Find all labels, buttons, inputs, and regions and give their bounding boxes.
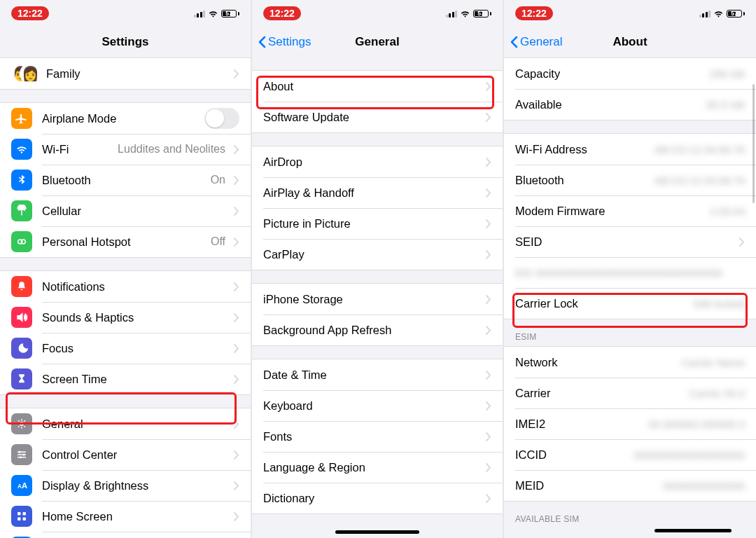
cell-imei2-label: IMEI2 bbox=[515, 418, 648, 431]
grid-icon bbox=[11, 506, 32, 527]
cell-network[interactable]: NetworkCarrier Name bbox=[504, 347, 756, 378]
cell-refresh[interactable]: Background App Refresh bbox=[252, 315, 503, 345]
cell-hotspot-label: Personal Hotspot bbox=[42, 235, 211, 249]
status-time: 12:22 bbox=[515, 6, 553, 20]
cell-bt[interactable]: BluetoothAB:CD:12:34:56:79 bbox=[504, 165, 756, 195]
cell-general[interactable]: General bbox=[0, 408, 251, 439]
cell-screentime[interactable]: Screen Time bbox=[0, 364, 251, 394]
status-indicators: 57 bbox=[699, 8, 746, 19]
cellular-icon bbox=[11, 200, 32, 221]
cell-carrier-lock[interactable]: Carrier LockSIM locked bbox=[504, 288, 756, 319]
settings-screen: 12:22 57 Settings 👨👩 Family Air bbox=[0, 0, 252, 538]
nav-header: General About bbox=[504, 27, 756, 57]
cell-pip[interactable]: Picture in Picture bbox=[252, 208, 503, 239]
cell-capacity[interactable]: Capacity256 GB bbox=[504, 58, 756, 89]
cell-sw-label: Software Update bbox=[263, 111, 482, 124]
chevron-right-icon bbox=[486, 494, 491, 503]
cell-fonts[interactable]: Fonts bbox=[252, 421, 503, 452]
chevron-left-icon bbox=[510, 36, 518, 48]
wifi-cell-icon bbox=[11, 139, 32, 160]
svg-point-3 bbox=[19, 451, 21, 453]
page-title: General bbox=[355, 35, 399, 49]
cell-carrier[interactable]: CarrierCarrier 55.0 bbox=[504, 378, 756, 408]
cell-iccid-label: ICCID bbox=[515, 448, 634, 462]
back-button[interactable]: General bbox=[510, 35, 562, 49]
cell-carplay[interactable]: CarPlay bbox=[252, 239, 503, 270]
cell-wifi-label: Wi-Fi bbox=[42, 143, 118, 156]
cell-accessibility[interactable]: Accessibility bbox=[0, 532, 251, 538]
status-bar: 12:22 57 bbox=[504, 0, 756, 27]
cell-fonts-label: Fonts bbox=[263, 430, 482, 443]
cell-lang[interactable]: Language & Region bbox=[252, 452, 503, 483]
cell-display[interactable]: AA Display & Brightness bbox=[0, 470, 251, 501]
cell-focus[interactable]: Focus bbox=[0, 333, 251, 364]
cell-seid-label: SEID bbox=[515, 235, 735, 249]
chevron-right-icon bbox=[234, 450, 239, 460]
page-title: About bbox=[612, 35, 647, 49]
chevron-right-icon bbox=[234, 420, 239, 429]
cell-carrier-value: Carrier 55.0 bbox=[690, 387, 745, 399]
cell-homescreen[interactable]: Home Screen bbox=[0, 501, 251, 532]
chevron-right-icon bbox=[486, 113, 491, 122]
cell-date[interactable]: Date & Time bbox=[252, 359, 503, 390]
cell-bt-label: Bluetooth bbox=[515, 174, 654, 187]
airplane-icon bbox=[11, 108, 32, 129]
cell-wifi[interactable]: Wi-Fi Luddites and Neolites bbox=[0, 134, 251, 165]
cell-imei2[interactable]: IMEI200 000000 000000 0 bbox=[504, 408, 756, 439]
scrollbar[interactable] bbox=[752, 84, 755, 203]
home-indicator bbox=[654, 529, 732, 532]
cell-family[interactable]: 👨👩 Family bbox=[0, 58, 251, 89]
cell-storage[interactable]: iPhone Storage bbox=[252, 284, 503, 315]
cell-network-value: Carrier Name bbox=[682, 357, 745, 368]
cell-meid[interactable]: MEID00000000000000 bbox=[504, 470, 756, 501]
cell-sounds[interactable]: Sounds & Haptics bbox=[0, 302, 251, 333]
cell-airplay-label: AirPlay & Handoff bbox=[263, 186, 482, 200]
cell-general-label: General bbox=[42, 418, 230, 431]
hotspot-icon bbox=[11, 231, 32, 252]
cell-control-center[interactable]: Control Center bbox=[0, 439, 251, 470]
family-avatars-icon: 👨👩 bbox=[11, 63, 39, 84]
cell-hotspot[interactable]: Personal Hotspot Off bbox=[0, 226, 251, 257]
wifi-icon bbox=[713, 8, 724, 19]
cell-storage-label: iPhone Storage bbox=[263, 293, 482, 306]
cell-keyboard[interactable]: Keyboard bbox=[252, 390, 503, 421]
cell-wifi-address[interactable]: Wi-Fi AddressAB:CD:12:34:56:78 bbox=[504, 134, 756, 165]
bluetooth-icon bbox=[11, 170, 32, 191]
page-title: Settings bbox=[102, 35, 148, 49]
chevron-right-icon bbox=[234, 282, 239, 291]
cell-modem[interactable]: Modem Firmware2.03.04 bbox=[504, 195, 756, 226]
cell-wifiaddr-label: Wi-Fi Address bbox=[515, 143, 654, 156]
status-time: 12:22 bbox=[11, 6, 49, 20]
cell-bluetooth[interactable]: Bluetooth On bbox=[0, 165, 251, 195]
cell-eid[interactable]: EID 00000000000000000000000000000000 bbox=[504, 257, 756, 288]
cell-hotspot-value: Off bbox=[211, 235, 225, 248]
cell-notifications[interactable]: Notifications bbox=[0, 271, 251, 302]
svg-text:A: A bbox=[22, 481, 27, 490]
chevron-left-icon bbox=[258, 36, 266, 48]
bell-icon bbox=[11, 276, 32, 297]
cell-seid[interactable]: SEID bbox=[504, 226, 756, 257]
back-button[interactable]: Settings bbox=[258, 35, 311, 49]
cell-bluetooth-label: Bluetooth bbox=[42, 174, 211, 187]
status-bar: 12:22 57 bbox=[252, 0, 503, 27]
cell-cellular[interactable]: Cellular bbox=[0, 195, 251, 226]
cell-control-label: Control Center bbox=[42, 448, 230, 462]
cell-airplay[interactable]: AirPlay & Handoff bbox=[252, 177, 503, 208]
cell-airplane-mode[interactable]: Airplane Mode bbox=[0, 103, 251, 134]
svg-rect-9 bbox=[23, 512, 27, 516]
cell-available[interactable]: Available95.5 GB bbox=[504, 89, 756, 120]
cell-refresh-label: Background App Refresh bbox=[263, 324, 482, 337]
cell-capacity-label: Capacity bbox=[515, 67, 709, 81]
wifi-icon bbox=[460, 8, 470, 19]
chevron-right-icon bbox=[739, 237, 745, 247]
cell-software-update[interactable]: Software Update bbox=[252, 102, 503, 132]
cell-dict[interactable]: Dictionary bbox=[252, 483, 503, 513]
speaker-icon bbox=[11, 307, 32, 328]
cell-airdrop[interactable]: AirDrop bbox=[252, 146, 503, 177]
cell-iccid[interactable]: ICCID0000000000000000000 bbox=[504, 439, 756, 470]
chevron-right-icon bbox=[234, 69, 239, 78]
cell-about[interactable]: About bbox=[252, 71, 503, 102]
airplane-toggle[interactable] bbox=[204, 108, 239, 129]
battery-indicator: 57 bbox=[221, 10, 239, 18]
chevron-right-icon bbox=[486, 158, 491, 167]
